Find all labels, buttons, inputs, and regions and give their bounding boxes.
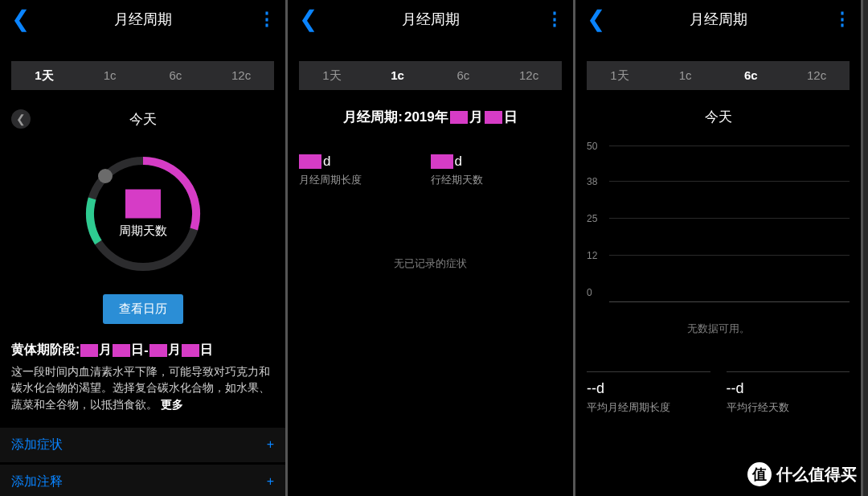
dash: - <box>144 343 148 358</box>
redacted-day2 <box>182 344 199 357</box>
metric-period-days: d 行经期天数 <box>431 154 563 187</box>
add-note-row[interactable]: 添加注释 + <box>0 464 285 496</box>
phase-day: 日 <box>131 342 144 359</box>
add-symptom-row[interactable]: 添加症状 + <box>0 427 285 462</box>
tabs-segmented: 1天 1c 6c 12c <box>11 61 274 90</box>
redacted-month <box>450 111 468 124</box>
more-menu-icon[interactable]: ⋮ <box>258 9 274 30</box>
prev-day-button[interactable]: ❮ <box>11 109 31 129</box>
header: ❮ 月经周期 ⋮ <box>0 0 285 39</box>
redacted-val2 <box>431 154 453 169</box>
phase-month2: 月 <box>168 342 181 359</box>
tabs-segmented: 1天 1c 6c 12c <box>299 61 562 90</box>
avg-cycle-length: --d 平均月经周期长度 <box>587 371 710 415</box>
tab-6c[interactable]: 6c <box>143 61 209 90</box>
redacted-val1 <box>299 154 321 169</box>
back-button[interactable]: ❮ <box>299 8 317 31</box>
tab-1c[interactable]: 1c <box>365 61 431 90</box>
metric-cycle-length: d 月经周期长度 <box>299 154 431 187</box>
tab-12c[interactable]: 12c <box>208 61 274 90</box>
tab-6c[interactable]: 6c <box>719 61 784 90</box>
cycle-ring: 周期天数 <box>0 150 285 278</box>
add-symptom-label: 添加症状 <box>11 437 63 453</box>
ytick-25: 25 <box>587 213 597 224</box>
more-menu-icon[interactable]: ⋮ <box>546 9 562 30</box>
watermark-text: 什么值得买 <box>776 464 857 486</box>
watermark: 值 什么值得买 <box>747 462 857 486</box>
metrics: d 月经周期长度 d 行经期天数 <box>288 154 573 187</box>
today-row: ❮ 今天 <box>0 108 285 130</box>
panel-6c: ❮ 月经周期 ⋮ 1天 1c 6c 12c 今天 50 38 25 12 0 无… <box>575 0 863 496</box>
metric2-label: 行经期天数 <box>431 173 563 187</box>
avg2-label: 平均行经天数 <box>727 400 850 415</box>
avg-period-days: --d 平均行经天数 <box>727 371 850 415</box>
redacted-value <box>125 190 161 219</box>
phase-title: 黄体期阶段: 月 日 - 月 日 <box>0 342 285 359</box>
today-label: 今天 <box>705 109 732 125</box>
phase-month: 月 <box>99 342 112 359</box>
header-title: 月经周期 <box>690 10 747 29</box>
ytick-12: 12 <box>587 250 597 261</box>
plus-icon: + <box>267 437 274 452</box>
avg1-value: --d <box>587 380 710 397</box>
ytick-38: 38 <box>587 176 597 187</box>
tab-1c[interactable]: 1c <box>77 61 143 90</box>
back-button[interactable]: ❮ <box>11 8 30 31</box>
phase-day2: 日 <box>200 342 213 359</box>
phase-description: 这一段时间内血清素水平下降，可能导致对巧克力和碳水化合物的渴望。选择复合碳水化合… <box>0 359 285 412</box>
ytick-50: 50 <box>587 141 597 152</box>
tab-12c[interactable]: 12c <box>784 61 850 90</box>
panel-1c: ❮ 月经周期 ⋮ 1天 1c 6c 12c 月经周期: 2019年 月 日 d … <box>288 0 575 496</box>
chart: 50 38 25 12 0 <box>587 146 850 302</box>
panel-1day: ❮ 月经周期 ⋮ 1天 1c 6c 12c ❮ 今天 周期天数 查看日历 黄体期… <box>0 0 288 496</box>
tab-1day[interactable]: 1天 <box>587 61 653 90</box>
more-link[interactable]: 更多 <box>161 398 183 411</box>
no-data-text: 无数据可用。 <box>575 322 861 336</box>
today-label: 今天 <box>129 110 157 129</box>
watermark-badge: 值 <box>747 462 772 486</box>
redacted-day1 <box>113 344 130 357</box>
tab-1day[interactable]: 1天 <box>299 61 365 90</box>
header-title: 月经周期 <box>114 10 172 29</box>
metric1-label: 月经周期长度 <box>299 173 431 187</box>
header: ❮ 月经周期 ⋮ <box>288 0 573 39</box>
redacted-month1 <box>80 344 98 357</box>
redacted-day <box>485 111 502 124</box>
avg2-value: --d <box>727 380 850 397</box>
avg1-label: 平均月经周期长度 <box>587 400 710 415</box>
svg-point-1 <box>98 169 113 183</box>
tab-12c[interactable]: 12c <box>496 61 562 90</box>
cycle-title: 月经周期: 2019年 月 日 <box>288 108 573 126</box>
xaxis <box>609 301 850 302</box>
view-calendar-button[interactable]: 查看日历 <box>103 294 183 324</box>
no-symptoms-text: 无已记录的症状 <box>288 256 573 271</box>
plus-icon: + <box>267 474 274 489</box>
redacted-month2 <box>149 344 167 357</box>
avg-metrics: --d 平均月经周期长度 --d 平均行经天数 <box>575 371 861 415</box>
tabs-segmented: 1天 1c 6c 12c <box>587 61 850 90</box>
ring-label: 周期天数 <box>119 223 167 237</box>
back-button[interactable]: ❮ <box>587 8 605 31</box>
tab-1c[interactable]: 1c <box>653 61 719 90</box>
tab-6c[interactable]: 6c <box>431 61 497 90</box>
header-title: 月经周期 <box>402 10 460 29</box>
tab-1day[interactable]: 1天 <box>11 61 77 90</box>
more-menu-icon[interactable]: ⋮ <box>833 9 850 30</box>
ytick-0: 0 <box>587 287 592 298</box>
header: ❮ 月经周期 ⋮ <box>575 0 861 39</box>
phase-prefix: 黄体期阶段: <box>11 342 80 359</box>
add-note-label: 添加注释 <box>11 473 63 490</box>
ring-center: 周期天数 <box>119 190 167 239</box>
